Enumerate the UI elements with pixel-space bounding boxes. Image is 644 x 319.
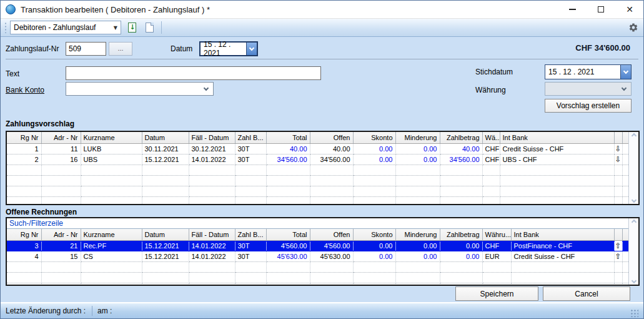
column-header[interactable]: Wä... (482, 132, 500, 143)
waehrung-label: Währung (475, 86, 506, 94)
column-header[interactable]: Minderung (395, 132, 440, 143)
import-button[interactable]: ↓ (125, 21, 139, 34)
bank-konto-combobox[interactable] (66, 82, 214, 96)
move-down-arrow-icon[interactable]: ⇩ (614, 143, 622, 154)
column-header[interactable]: Skonto (353, 132, 395, 143)
offene-rechnungen-table: Such-/Filterzeile Rg Nr Adr - Nr Kurznam… (6, 217, 640, 286)
toolbar-grip[interactable] (4, 22, 7, 33)
table-row[interactable]: 2 16 UBS 15.12.2021 14.01.2022 30T 34'56… (7, 154, 631, 165)
transaction-edit-window: Transaktion bearbeiten ( Debitoren - Zah… (0, 0, 644, 319)
column-header[interactable]: Int Bank (500, 132, 614, 143)
filter-row[interactable]: Such-/Filterzeile (7, 218, 631, 229)
scroll-up-icon[interactable] (631, 133, 636, 138)
maximize-button[interactable] (592, 3, 610, 16)
datum-picker[interactable]: 15 . 12 . 2021 (199, 41, 258, 56)
empty-row (7, 175, 631, 186)
column-header[interactable]: Adr - Nr (41, 132, 81, 143)
maximize-icon (598, 6, 604, 13)
column-header[interactable]: Datum (142, 132, 189, 143)
empty-row (7, 272, 631, 283)
chevron-down-icon (623, 68, 628, 73)
table-row[interactable]: 4 15 CS 15.12.2021 14.01.2022 30T 45'630… (7, 251, 631, 261)
column-header[interactable]: Zahl B... (235, 229, 266, 240)
status-bar: Letzte Änderung durch : am : (1, 302, 643, 318)
minimize-button[interactable] (563, 3, 581, 16)
column-header[interactable]: Währu... (482, 229, 511, 240)
gear-icon (628, 23, 638, 33)
chevron-down-icon (249, 45, 254, 50)
empty-row (7, 165, 631, 175)
chevron-down-icon (204, 85, 209, 90)
zahlungsvorschlag-table: Rg Nr Adr - Nr Kurzname Datum Fäll - Dat… (6, 131, 640, 205)
window-title: Transaktion bearbeiten ( Debitoren - Zah… (21, 5, 210, 14)
move-up-arrow-icon[interactable]: ⇧ (614, 251, 622, 261)
column-header[interactable]: Total (266, 229, 310, 240)
zahlungslauf-nr-label: Zahlungslauf-Nr (6, 44, 59, 53)
table-row-selected[interactable]: 3 21 Rec.PF 15.12.2021 14.01.2022 30T 4'… (7, 240, 631, 251)
move-down-arrow-icon[interactable]: ⇩ (614, 154, 622, 165)
column-header[interactable]: Fäll - Datum (189, 229, 235, 240)
settings-button[interactable] (627, 21, 640, 34)
column-header[interactable]: Kurzname (81, 229, 142, 240)
stichdatum-picker[interactable]: 15 . 12 . 2021 (545, 64, 632, 79)
view-selector-value: Debitoren - Zahlungslauf (14, 23, 96, 32)
zahlungslauf-nr-input[interactable] (66, 42, 106, 56)
text-label: Text (6, 69, 19, 78)
chevron-down-icon (622, 85, 627, 90)
text-input[interactable] (66, 66, 321, 80)
table-header-row: Rg Nr Adr - Nr Kurzname Datum Fäll - Dat… (7, 229, 631, 240)
column-header[interactable]: Total (266, 132, 310, 143)
toolbar: Debitoren - Zahlungslauf ▼ ↓ (1, 19, 643, 37)
scroll-down-icon[interactable] (631, 278, 636, 283)
empty-row (7, 196, 631, 205)
vertical-scrollbar[interactable] (628, 132, 638, 204)
scroll-down-icon[interactable] (631, 198, 636, 203)
table-row[interactable]: 1 11 LUKB 30.11.2021 30.12.2021 30T 40.0… (7, 143, 631, 154)
column-header[interactable]: Datum (142, 229, 189, 240)
new-document-icon (146, 23, 154, 33)
bank-konto-label[interactable]: Bank Konto (6, 86, 44, 94)
datum-value: 15 . 12 . 2021 (201, 43, 246, 55)
import-icon: ↓ (128, 23, 136, 33)
column-header[interactable]: Zahl B... (235, 132, 266, 143)
column-header[interactable]: Rg Nr (7, 229, 41, 240)
close-button[interactable]: ✕ (621, 3, 638, 16)
column-header[interactable]: Offen (310, 229, 353, 240)
save-button[interactable]: Speichern (455, 286, 538, 301)
datum-dropdown-button[interactable] (246, 43, 257, 55)
move-up-arrow-icon[interactable]: ⇧ (614, 240, 622, 251)
column-header[interactable]: Zahlbetrag (440, 132, 482, 143)
stichdatum-dropdown-button[interactable] (620, 65, 631, 79)
column-header[interactable]: Adr - Nr (41, 229, 81, 240)
resize-grip[interactable] (630, 309, 638, 317)
column-header[interactable]: Kurzname (81, 132, 142, 143)
empty-row (7, 283, 631, 286)
column-header[interactable]: Minderung (395, 229, 440, 240)
stichdatum-label: Stichdatum (475, 68, 513, 76)
browse-button[interactable]: ... (109, 42, 132, 56)
new-document-button[interactable] (142, 21, 156, 34)
table-header-row: Rg Nr Adr - Nr Kurzname Datum Fäll - Dat… (7, 132, 631, 143)
status-separator (92, 306, 92, 316)
vorschlag-erstellen-button[interactable]: Vorschlag erstellen (545, 99, 632, 113)
column-header[interactable]: Skonto (353, 229, 395, 240)
column-header[interactable]: Rg Nr (7, 132, 41, 143)
waehrung-combobox[interactable] (545, 82, 632, 96)
scroll-up-icon[interactable] (631, 220, 636, 225)
column-header[interactable]: Fäll - Datum (189, 132, 235, 143)
datum-label: Datum (171, 44, 192, 53)
last-modified-label: Letzte Änderung durch : (6, 306, 86, 315)
offene-rechnungen-title: Offene Rechnungen (6, 208, 77, 216)
modified-date-label: am : (97, 306, 112, 315)
view-selector-combobox[interactable]: Debitoren - Zahlungslauf ▼ (10, 21, 121, 34)
cancel-button[interactable]: Cancel (543, 286, 630, 301)
close-icon: ✕ (626, 5, 633, 14)
column-header[interactable]: Zahlbetrag (440, 229, 482, 240)
column-header[interactable]: Int Bank (511, 229, 614, 240)
stichdatum-value: 15 . 12 . 2021 (545, 65, 620, 79)
toolbar-separator (161, 21, 162, 34)
total-amount: CHF 34'600.00 (537, 43, 630, 53)
column-header[interactable]: Offen (310, 132, 353, 143)
zahlungsvorschlag-title: Zahlungsvorschlag (6, 119, 74, 128)
vertical-scrollbar[interactable] (628, 218, 638, 285)
